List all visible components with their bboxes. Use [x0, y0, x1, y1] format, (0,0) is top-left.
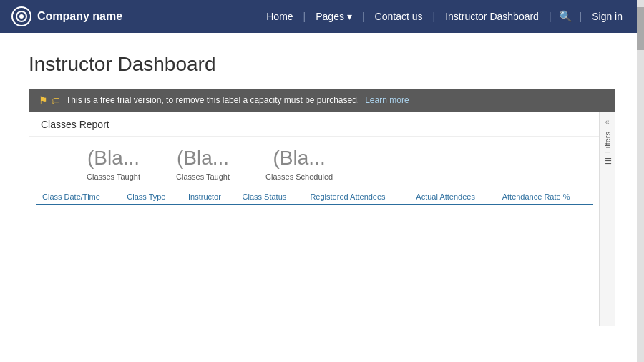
nav-home[interactable]: Home: [256, 11, 303, 22]
nav-pages[interactable]: Pages ▾: [306, 11, 362, 22]
trial-banner: ⚑ 🏷 This is a free trial version, to rem…: [29, 89, 615, 112]
main-content: Instructor Dashboard ⚑ 🏷 This is a free …: [0, 33, 644, 326]
col-status[interactable]: Class Status: [237, 188, 305, 205]
search-icon[interactable]: 🔍: [552, 10, 580, 23]
brand-name: Company name: [37, 10, 122, 23]
navbar: Company name Home | Pages ▾ | Contact us…: [0, 0, 644, 33]
report-box: Classes Report (Bla... Classes Taught (B…: [29, 112, 615, 326]
warning-icon: ⚑: [39, 94, 48, 106]
stats-row: (Bla... Classes Taught (Bla... Classes T…: [29, 137, 615, 188]
page-scrollbar[interactable]: [637, 0, 644, 362]
collapse-icon[interactable]: «: [605, 117, 609, 126]
tag-icon: 🏷: [51, 95, 60, 106]
nav-contact-us[interactable]: Contact us: [365, 11, 433, 22]
learn-more-link[interactable]: Learn more: [365, 95, 409, 105]
col-instructor[interactable]: Instructor: [182, 188, 237, 205]
stat-classes-scheduled: (Bla... Classes Scheduled: [265, 147, 333, 181]
scrollbar-thumb[interactable]: [637, 7, 644, 50]
brand[interactable]: Company name: [11, 6, 122, 26]
page-title: Instructor Dashboard: [29, 53, 615, 76]
col-rate[interactable]: Attendance Rate %: [497, 188, 593, 205]
svg-point-2: [19, 14, 24, 19]
col-registered[interactable]: Registered Attendees: [304, 188, 410, 205]
nav-links: Home | Pages ▾ | Contact us | Instructor…: [256, 10, 633, 23]
filters-sidebar[interactable]: « ☰ Filters: [599, 112, 615, 326]
chevron-down-icon: ▾: [347, 11, 352, 22]
report-header: Classes Report: [29, 112, 615, 137]
brand-icon: [11, 6, 31, 26]
stat-classes-taught-2: (Bla... Classes Taught: [176, 147, 230, 181]
col-actual[interactable]: Actual Attendees: [410, 188, 496, 205]
table-wrapper: Class Date/Time Class Type Instructor Cl…: [29, 188, 615, 205]
nav-sign-in[interactable]: Sign in: [582, 11, 633, 22]
trial-message: This is a free trial version, to remove …: [66, 95, 359, 105]
report-table: Class Date/Time Class Type Instructor Cl…: [36, 188, 593, 205]
col-date-time[interactable]: Class Date/Time: [36, 188, 121, 205]
col-type[interactable]: Class Type: [121, 188, 182, 205]
filters-label[interactable]: ☰ Filters: [602, 132, 612, 165]
stat-classes-taught-1: (Bla... Classes Taught: [87, 147, 140, 181]
nav-instructor-dashboard[interactable]: Instructor Dashboard: [435, 11, 549, 22]
